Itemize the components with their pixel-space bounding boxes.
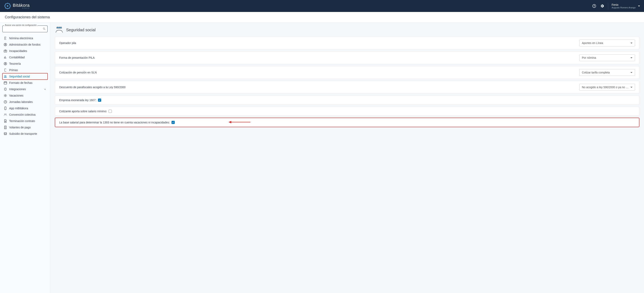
sun-icon: [4, 94, 7, 97]
chevron-down-icon: [630, 72, 632, 73]
select-value: Por nómina: [582, 56, 596, 59]
svg-point-11: [57, 27, 58, 28]
select-value: No acogido a ley 590/2000 o ya no ap…: [582, 86, 629, 89]
setting-row: Cotizante aporta sobre salario mínimo:: [55, 107, 639, 116]
search-label: Buscar una opción de configuración: [4, 24, 38, 26]
people-icon: [4, 75, 7, 78]
sidebar-item-label: Seguridad social: [9, 75, 30, 78]
sidebar-item-terminación-contrato[interactable]: Terminación contrato: [2, 118, 48, 124]
sidebar-item-label: Administración de fondos: [9, 43, 40, 46]
divider: [608, 2, 608, 9]
clock-icon: [4, 100, 7, 104]
sidebar-item-tesorería[interactable]: Tesorería: [2, 60, 48, 67]
sidebar-item-label: Vacaciones: [9, 94, 23, 97]
money-icon: [4, 43, 7, 46]
select-3[interactable]: No acogido a ley 590/2000 o ya no ap…: [579, 84, 635, 91]
svg-marker-17: [228, 121, 231, 123]
select-1[interactable]: Por nómina: [579, 54, 635, 61]
callout-arrow: [228, 120, 250, 125]
sidebar-item-primas[interactable]: Primas: [2, 67, 48, 73]
setting-label: Descuento de parafiscales acogido a la L…: [59, 86, 126, 89]
setting-label: Empresa exonerada ley 1607:: [59, 98, 96, 102]
sidebar-item-volantes-de-pago[interactable]: Volantes de pago: [2, 124, 48, 131]
check-icon: [98, 99, 101, 101]
sidebar-item-convención-colectiva[interactable]: Convención colectiva: [2, 111, 48, 118]
main-content: Seguridad social Operador pilaAportes en…: [50, 23, 644, 293]
sidebar-item-label: Terminación contrato: [9, 119, 35, 123]
select-2[interactable]: Cotizar tarifa completa: [579, 69, 635, 76]
svg-point-13: [58, 27, 60, 28]
sidebar-item-contabilidad[interactable]: Contabilidad: [2, 54, 48, 60]
content-title: Seguridad social: [66, 28, 96, 32]
nav-list: Nómina electrónicaAdministración de fond…: [2, 35, 48, 137]
select-value: Aportes en Línea: [582, 41, 603, 44]
sidebar-item-label: Subsidio de transporte: [9, 132, 37, 135]
people-icon: [55, 26, 63, 33]
calendar-icon: [4, 81, 7, 85]
user-company: Fenix: [612, 3, 636, 6]
sidebar-item-label: Contabilidad: [9, 56, 25, 59]
sidebar-item-administración-de-fondos[interactable]: Administración de fondos: [2, 41, 48, 48]
sidebar-item-jornadas-laborales[interactable]: Jornadas laborales: [2, 99, 48, 105]
setting-label: La base salarial para determinar la 1393…: [59, 121, 170, 124]
checkbox[interactable]: [98, 98, 101, 102]
phone-icon: [4, 106, 7, 110]
gear-icon[interactable]: [600, 4, 604, 8]
sidebar-item-formato-de-fechas[interactable]: Formato de fechas: [2, 80, 48, 86]
setting-row: Descuento de parafiscales acogido a la L…: [55, 81, 639, 94]
check-icon: [172, 121, 174, 124]
help-icon[interactable]: [592, 4, 596, 8]
plugin-icon: [4, 87, 7, 91]
sidebar: Buscar una opción de configuración Nómin…: [0, 23, 50, 293]
search-input[interactable]: [4, 27, 42, 30]
chevron-down-icon: [630, 87, 632, 88]
setting-row: Forma de presentación PILAPor nómina: [55, 51, 639, 64]
sidebar-item-subsidio-de-transporte[interactable]: Subsidio de transporte: [2, 131, 48, 137]
search-icon: [43, 27, 46, 30]
setting-row: La base salarial para determinar la 1393…: [55, 118, 639, 127]
chevron-down-icon: [638, 5, 640, 6]
sidebar-item-app-mibitákora[interactable]: App miBitákora: [2, 105, 48, 111]
sidebar-item-label: Formato de fechas: [9, 81, 32, 84]
page-title-bar: Configuraciones del sistema: [0, 12, 644, 23]
setting-label: Cotizante aporta sobre salario mínimo:: [59, 110, 107, 113]
sidebar-item-label: Tesorería: [9, 62, 21, 65]
setting-label: Operador pila: [59, 41, 76, 44]
sidebar-item-incapacidades[interactable]: Incapacidades: [2, 48, 48, 54]
app-header: Bitákora SINCO Fenix Augusto Romero Aran…: [0, 0, 644, 12]
checkbox[interactable]: [108, 110, 112, 113]
user-menu[interactable]: Fenix Augusto Romero Arango: [612, 3, 640, 9]
search-input-wrapper[interactable]: Buscar una opción de configuración: [2, 25, 48, 32]
page-title: Configuraciones del sistema: [5, 15, 639, 19]
setting-row: Empresa exonerada ley 1607:: [55, 95, 639, 105]
setting-row: Cotización de pensión en SLNCotizar tari…: [55, 66, 639, 79]
sidebar-item-integraciones[interactable]: Integraciones: [2, 86, 48, 92]
chevron-down-icon: [630, 43, 632, 44]
wheel-icon: [4, 2, 11, 9]
content-header: Seguridad social: [55, 26, 639, 33]
chart-bars-icon: [4, 55, 7, 59]
sidebar-item-label: Nómina electrónica: [9, 37, 33, 40]
checkbox[interactable]: [172, 121, 175, 124]
header-right: Fenix Augusto Romero Arango: [592, 2, 640, 9]
setting-label: Cotización de pensión en SLN: [59, 71, 96, 74]
money-icon: [4, 62, 7, 65]
receipt-icon: [4, 126, 7, 129]
select-value: Cotizar tarifa completa: [582, 71, 610, 74]
sidebar-item-vacaciones[interactable]: Vacaciones: [2, 92, 48, 99]
setting-row: Operador pilaAportes en Línea: [55, 37, 639, 49]
group-icon: [4, 113, 7, 116]
bus-icon: [4, 132, 7, 136]
chevron-down-icon: [630, 57, 632, 58]
sidebar-item-seguridad-social[interactable]: Seguridad social: [2, 73, 48, 80]
sidebar-item-label: Incapacidades: [9, 49, 27, 52]
file-icon: [4, 68, 7, 72]
sidebar-item-nómina-electrónica[interactable]: Nómina electrónica: [2, 35, 48, 41]
chevron-down-icon: [44, 88, 46, 91]
medkit-icon: [4, 49, 7, 53]
sidebar-item-label: Volantes de pago: [9, 126, 31, 129]
sidebar-item-label: Integraciones: [9, 88, 26, 91]
select-0[interactable]: Aportes en Línea: [579, 40, 635, 46]
sidebar-item-label: App miBitákora: [9, 107, 28, 110]
svg-point-1: [7, 5, 8, 6]
